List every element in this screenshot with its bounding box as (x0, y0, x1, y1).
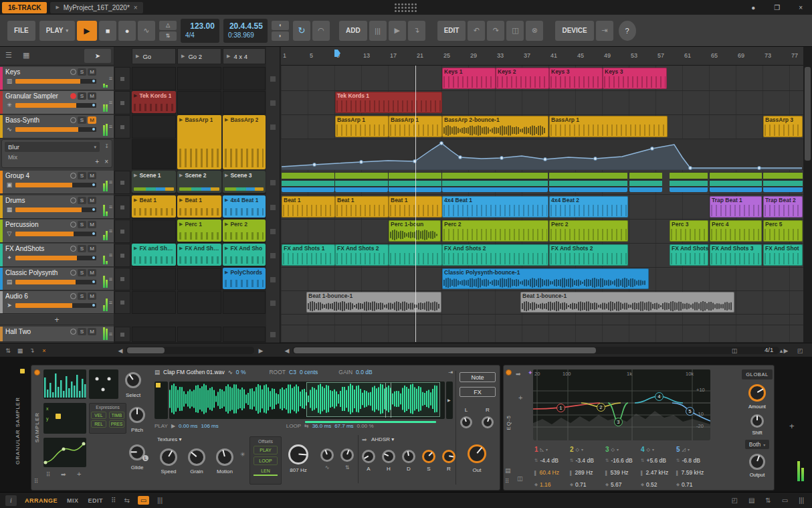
out-knob[interactable] (468, 444, 486, 463)
offset-loop[interactable]: LOOP (253, 456, 278, 465)
expression-rel[interactable]: REL (91, 420, 106, 428)
launcher-cell[interactable] (223, 291, 266, 314)
launcher-scroll-right-icon[interactable]: ▶ (256, 345, 266, 355)
scene-play-icon[interactable]: ▶ (181, 54, 185, 59)
track-menu-icon[interactable]: ≡ (109, 276, 112, 282)
grid-resolution[interactable]: 4/1 (765, 346, 773, 353)
arranger-clip[interactable]: Beat 1 (282, 196, 335, 218)
record-arm-button[interactable] (70, 117, 76, 123)
volume-fader[interactable] (15, 207, 96, 212)
close-panel-icon[interactable]: × (39, 345, 49, 355)
output-knob[interactable] (749, 454, 765, 470)
arranger-clip[interactable]: FX And Shots 2 (670, 244, 708, 266)
clip-play-icon[interactable]: ▶ (225, 270, 228, 275)
eq-band-gain[interactable]: ⇅-4.4 dB (533, 454, 568, 467)
clip-stop-button[interactable] (114, 91, 130, 114)
volume-fader[interactable] (15, 303, 96, 308)
clip-play-icon[interactable]: ▶ (225, 246, 228, 251)
ahdsr-h-knob[interactable] (382, 450, 395, 463)
arranger-clip[interactable]: FX And Shots 2 (335, 244, 389, 266)
launcher-clip[interactable]: ▶Perc 2 (223, 220, 266, 242)
arranger-clip[interactable]: Beat 1-bounce-1 (520, 292, 734, 313)
eq-band-selector[interactable]: 5◿▾ (675, 444, 710, 454)
launcher-cell[interactable] (132, 115, 176, 139)
record-arm-button[interactable] (70, 93, 76, 99)
arranger-clip[interactable]: Classic Polysynth-bounce-1 (442, 268, 649, 289)
sample-waveform-display[interactable] (169, 382, 445, 419)
arranger-stop-button[interactable] (270, 76, 276, 82)
launcher-clip[interactable]: ▶Scene 3 (223, 171, 266, 193)
arranger-stop-button[interactable] (270, 205, 276, 210)
punch-out-icon[interactable]: ◗ (272, 31, 289, 41)
launcher-clip[interactable]: ▶Perc 1 (177, 220, 221, 242)
eq-band-q[interactable]: ◆0.52 (639, 479, 674, 491)
eq-add-modulator-button[interactable]: + (518, 394, 522, 402)
launcher-clip[interactable]: ▶4x4 Beat 1 (223, 195, 266, 218)
mute-button[interactable]: M (88, 116, 96, 124)
arranger-clip[interactable]: Keys 2 (496, 68, 549, 89)
expressions-panel[interactable]: Expressions VELTIMBRELPRES (89, 403, 126, 434)
xy-mod-pad[interactable]: x y (43, 403, 86, 434)
arranger-clip[interactable]: Keys 1 (442, 68, 496, 89)
add-return-icon[interactable]: ↴ (408, 21, 425, 41)
arranger-clip[interactable]: 4x4 Beat 1 (442, 196, 548, 218)
tempo-display[interactable]: 123.00 4/4 (181, 19, 219, 43)
arranger-clip[interactable]: Keys 3 (603, 68, 667, 89)
arranger-stop-button[interactable] (270, 100, 276, 106)
arranger-clip[interactable]: FX And Shots 3 (710, 244, 762, 266)
arranger-clip[interactable]: Perc 2 (549, 220, 628, 242)
record-button[interactable]: ● (118, 21, 136, 41)
arranger-clip[interactable]: Perc 5 (763, 220, 803, 242)
position-value[interactable]: 20.4.4.55 (228, 21, 263, 31)
eq-band-gain[interactable]: ⇅+5.6 dB (639, 454, 674, 467)
auto-scroll-icon[interactable]: ⇅ (3, 345, 13, 355)
clip-stop-button[interactable] (114, 220, 130, 243)
solo-button[interactable]: S (78, 328, 86, 335)
time-value[interactable]: 0:38.969 (228, 31, 263, 39)
mixer-strips-icon[interactable]: ||| (157, 497, 163, 504)
mute-button[interactable]: M (88, 68, 96, 76)
arranger-stop-button[interactable] (270, 253, 276, 258)
link-icon[interactable]: ⇆ (124, 497, 129, 504)
clip-play-icon[interactable]: ▶ (179, 173, 183, 178)
filter-freq-value[interactable]: 807 Hz (283, 467, 314, 473)
overview-icon[interactable]: ◫ (729, 345, 740, 355)
launcher-cell[interactable] (223, 67, 266, 90)
track-header[interactable]: Classic PolysynthSM▤≡ (0, 268, 114, 290)
filter-shape-knob[interactable] (320, 448, 334, 462)
launcher-cell[interactable] (177, 291, 221, 314)
redo-icon[interactable]: ↷ (487, 21, 504, 41)
group-content-clip[interactable] (282, 172, 334, 192)
launcher-clip[interactable]: ▶Tek Kords 1 (132, 91, 176, 113)
launcher-cell[interactable] (132, 220, 176, 243)
arranger-clip[interactable]: BassArp 1 (335, 116, 389, 137)
automation-write-icon[interactable]: ∿ (138, 21, 155, 41)
play-menu-button[interactable]: PLAY▾ (39, 21, 75, 41)
solo-button[interactable]: S (78, 245, 86, 252)
arranger-hscroll-handle[interactable] (294, 347, 596, 353)
insert-device-icon[interactable]: ⇥ (596, 21, 613, 41)
launcher-cell[interactable] (132, 67, 176, 90)
record-arm-button[interactable] (70, 293, 76, 299)
group-content-clip[interactable] (763, 172, 803, 192)
track-menu-icon[interactable]: ≡ (109, 123, 112, 130)
ahdsr-s-knob[interactable] (422, 450, 435, 463)
track-header[interactable]: DrumsSM▦≡ (0, 195, 114, 219)
eq-band-q[interactable]: ◆1.16 (533, 479, 568, 491)
record-arm-button[interactable] (70, 270, 76, 276)
volume-fader[interactable] (15, 79, 96, 84)
freeze-icon[interactable]: ✳ (240, 451, 245, 458)
footer-tab-arrange[interactable]: ARRANGE (25, 497, 58, 504)
ahdsr-r-knob[interactable] (442, 450, 455, 463)
project-tab[interactable]: ▶ MyProject_16T_2020* × (50, 2, 142, 13)
window-close-icon[interactable]: × (799, 4, 803, 11)
arranger-clip[interactable]: Beat 1 (335, 196, 389, 218)
eq-mode-select[interactable]: Both▾ (745, 440, 770, 449)
expand-panel-icon[interactable]: ◰ (795, 345, 805, 355)
launcher-cell[interactable] (132, 268, 176, 290)
xy-pad-handle[interactable] (56, 414, 61, 419)
arranger-loop-icon[interactable]: ◠ (312, 21, 330, 41)
help-button[interactable]: ? (619, 21, 636, 41)
add-track-icon[interactable]: ||| (369, 21, 387, 41)
solo-button[interactable]: S (78, 92, 86, 100)
